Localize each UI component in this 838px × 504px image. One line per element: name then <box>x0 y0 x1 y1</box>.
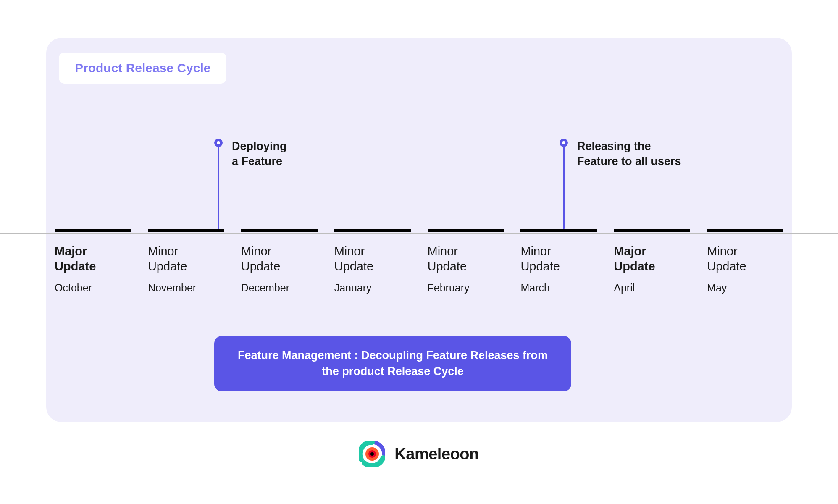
flag-stem <box>563 143 565 229</box>
tick-month: May <box>707 282 792 294</box>
tick-type: MinorUpdate <box>520 244 605 274</box>
tick-type: MinorUpdate <box>241 244 326 274</box>
timeline-tick: MinorUpdateDecember <box>233 229 326 294</box>
timeline-tick: MinorUpdateMarch <box>512 229 605 294</box>
timeline: MajorUpdateOctoberMinorUpdateNovemberMin… <box>46 229 792 294</box>
tick-month: November <box>148 282 233 294</box>
svg-point-2 <box>370 452 374 456</box>
flag-label: Deploying a Feature <box>232 139 375 169</box>
tick-month: February <box>428 282 512 294</box>
flag-dot-icon <box>214 139 223 147</box>
tick-month: January <box>334 282 419 294</box>
tick-bar <box>428 229 504 232</box>
brand: Kameleoon <box>0 441 838 467</box>
tick-month: December <box>241 282 326 294</box>
timeline-tick: MinorUpdateJanuary <box>326 229 419 294</box>
tick-month: March <box>520 282 605 294</box>
card-title-chip: Product Release Cycle <box>59 52 226 84</box>
tick-type: MinorUpdate <box>334 244 419 274</box>
timeline-tick: MinorUpdateNovember <box>139 229 233 294</box>
tick-type: MajorUpdate <box>614 244 699 274</box>
timeline-tick: MinorUpdateFebruary <box>419 229 512 294</box>
timeline-tick: MajorUpdateOctober <box>46 229 139 294</box>
tick-bar <box>334 229 411 232</box>
tick-month: April <box>614 282 699 294</box>
flag-stem <box>218 143 219 229</box>
tick-bar <box>707 229 783 232</box>
brand-name: Kameleoon <box>394 445 478 463</box>
tick-bar <box>241 229 318 232</box>
tick-bar <box>614 229 690 232</box>
tick-type: MinorUpdate <box>148 244 233 274</box>
tick-type: MajorUpdate <box>55 244 139 274</box>
flag-dot-icon <box>560 139 568 147</box>
kameleoon-logo-icon <box>359 441 385 467</box>
tick-bar <box>520 229 597 232</box>
feature-management-banner: Feature Management : Decoupling Feature … <box>214 336 571 391</box>
tick-type: MinorUpdate <box>428 244 512 274</box>
timeline-tick: MinorUpdateMay <box>699 229 792 294</box>
flag-label: Releasing the Feature to all users <box>577 139 720 169</box>
tick-bar <box>148 229 224 232</box>
tick-month: October <box>55 282 139 294</box>
timeline-tick: MajorUpdateApril <box>605 229 699 294</box>
tick-type: MinorUpdate <box>707 244 792 274</box>
tick-bar <box>55 229 131 232</box>
